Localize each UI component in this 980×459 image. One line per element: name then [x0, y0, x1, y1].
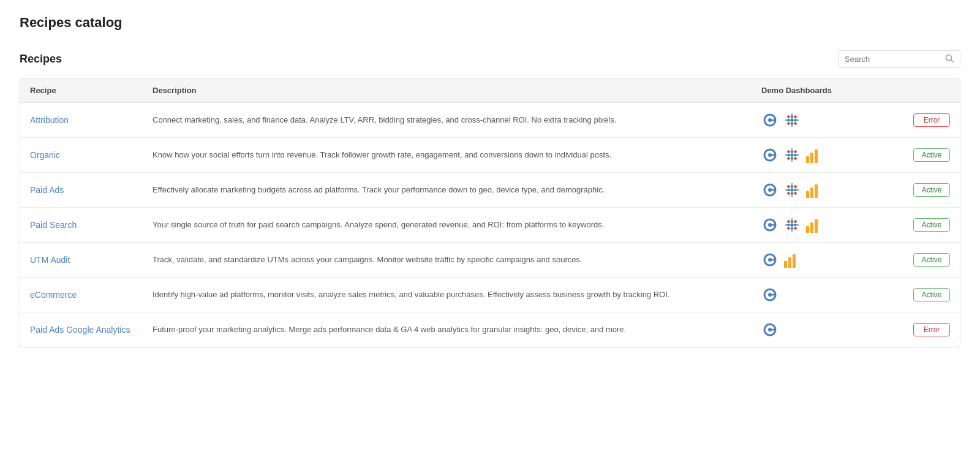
- svg-point-39: [787, 192, 790, 195]
- svg-line-1: [951, 60, 954, 63]
- gooddata-icon[interactable]: [761, 216, 778, 233]
- recipe-description: Effectively allocate marketing budgets a…: [153, 185, 605, 194]
- svg-point-10: [787, 122, 790, 125]
- demo-dashboards-icons: [761, 321, 876, 338]
- svg-point-19: [794, 150, 797, 153]
- svg-rect-46: [815, 184, 818, 198]
- recipe-name-link[interactable]: Paid Ads Google Analytics: [30, 325, 130, 335]
- demo-dashboards-icons: [761, 112, 876, 129]
- svg-point-49: [787, 220, 790, 223]
- table-row: Paid SearchYour single source of truth f…: [20, 208, 960, 243]
- svg-rect-44: [806, 191, 809, 198]
- demo-dashboards-icons: [761, 251, 876, 268]
- bar-chart-icon[interactable]: [805, 146, 819, 164]
- status-badge: Active: [913, 183, 950, 197]
- recipe-name-link[interactable]: UTM Audit: [30, 255, 70, 265]
- col-header-recipe: Recipe: [20, 78, 143, 103]
- svg-rect-67: [793, 254, 796, 268]
- col-header-demo: Demo Dashboards: [752, 78, 886, 103]
- svg-point-41: [794, 192, 797, 195]
- col-header-description: Description: [143, 78, 752, 103]
- table-row: AttributionConnect marketing, sales, and…: [20, 103, 960, 138]
- status-badge: Active: [913, 148, 950, 162]
- demo-dashboards-icons: [761, 286, 876, 303]
- status-badge: Active: [913, 253, 950, 267]
- section-title: Recipes: [20, 53, 62, 66]
- svg-point-33: [787, 185, 790, 188]
- svg-point-17: [787, 150, 790, 153]
- gooddata-icon[interactable]: [761, 181, 778, 199]
- demo-dashboards-icons: [761, 181, 876, 199]
- bar-chart-icon[interactable]: [783, 251, 797, 268]
- table-container: Recipe Description Demo Dashboards Attri…: [20, 78, 960, 347]
- gooddata-icon[interactable]: [761, 146, 778, 164]
- recipe-description: Connect marketing, sales, and finance da…: [153, 115, 616, 124]
- recipe-description: Track, validate, and standardize UTMs ac…: [153, 255, 582, 264]
- gooddata-icon[interactable]: [761, 251, 778, 268]
- svg-rect-28: [806, 156, 809, 163]
- recipes-table: Recipe Description Demo Dashboards Attri…: [20, 78, 960, 347]
- scrollable-table[interactable]: Recipe Description Demo Dashboards Attri…: [20, 78, 960, 347]
- bar-chart-icon[interactable]: [805, 181, 819, 199]
- table-row: Paid Ads Google AnalyticsFuture-proof yo…: [20, 313, 960, 347]
- svg-point-4: [787, 115, 790, 118]
- svg-rect-30: [815, 150, 818, 163]
- search-icon: [945, 54, 954, 64]
- table-row: Paid AdsEffectively allocate marketing b…: [20, 173, 960, 208]
- plus-grid-icon[interactable]: [783, 112, 801, 129]
- svg-rect-66: [788, 257, 791, 268]
- svg-point-23: [787, 157, 790, 160]
- page-container: Recipes catalog Recipes Recipe Descripti…: [0, 0, 980, 362]
- recipe-name-link[interactable]: Paid Search: [30, 220, 77, 230]
- search-input[interactable]: [845, 55, 943, 64]
- recipe-name-link[interactable]: Attribution: [30, 115, 69, 125]
- svg-rect-45: [810, 188, 813, 198]
- svg-rect-60: [806, 226, 809, 233]
- bar-chart-icon[interactable]: [805, 216, 819, 233]
- section-header: Recipes: [20, 50, 960, 68]
- recipe-name-link[interactable]: Organic: [30, 150, 60, 160]
- table-body: AttributionConnect marketing, sales, and…: [20, 103, 960, 347]
- svg-rect-29: [810, 153, 813, 163]
- recipe-name-link[interactable]: Paid Ads: [30, 185, 64, 195]
- plus-grid-icon[interactable]: [783, 216, 801, 233]
- status-badge: Active: [913, 218, 950, 232]
- status-badge: Error: [913, 323, 950, 336]
- demo-dashboards-icons: [761, 146, 876, 164]
- svg-rect-62: [815, 219, 818, 233]
- recipe-description: Know how your social efforts turn into r…: [153, 150, 611, 159]
- table-header: Recipe Description Demo Dashboards: [20, 78, 960, 103]
- recipe-description: Future-proof your marketing analytics. M…: [153, 325, 626, 334]
- demo-dashboards-icons: [761, 216, 876, 233]
- table-row: OrganicKnow how your social efforts turn…: [20, 138, 960, 173]
- gooddata-icon[interactable]: [761, 286, 778, 303]
- status-badge: Error: [913, 113, 950, 127]
- svg-point-57: [794, 227, 797, 230]
- gooddata-icon[interactable]: [761, 321, 778, 338]
- plus-grid-icon[interactable]: [783, 146, 801, 164]
- svg-point-25: [794, 157, 797, 160]
- svg-rect-65: [784, 261, 787, 268]
- table-row: UTM AuditTrack, validate, and standardiz…: [20, 243, 960, 278]
- gooddata-icon[interactable]: [761, 112, 778, 129]
- recipe-description: Identify high-value ad platforms, monito…: [153, 290, 669, 299]
- col-header-status: [886, 78, 960, 103]
- recipe-description: Your single source of truth for paid sea…: [153, 220, 604, 229]
- plus-grid-icon[interactable]: [783, 181, 801, 199]
- svg-rect-61: [810, 222, 813, 233]
- svg-point-6: [794, 115, 797, 118]
- search-box[interactable]: [838, 50, 960, 68]
- svg-point-51: [794, 220, 797, 223]
- status-badge: Active: [913, 288, 950, 302]
- recipe-name-link[interactable]: eCommerce: [30, 290, 77, 300]
- svg-point-12: [794, 122, 797, 125]
- table-row: eCommerceIdentify high-value ad platform…: [20, 278, 960, 313]
- page-title: Recipes catalog: [20, 15, 960, 31]
- svg-point-35: [794, 185, 797, 188]
- svg-point-55: [787, 227, 790, 230]
